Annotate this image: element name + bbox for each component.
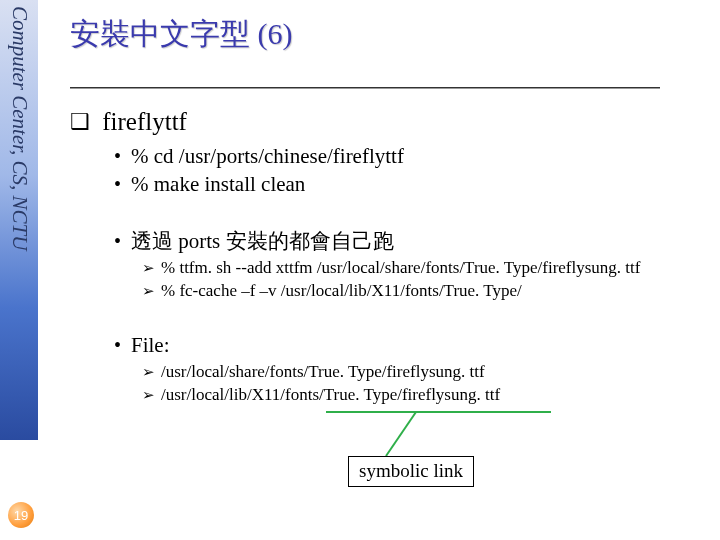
sub-file-2: /usr/local/lib/X11/fonts/True. Type/fire… bbox=[142, 384, 710, 407]
sub-group-1: % ttfm. sh --add xttfm /usr/local/share/… bbox=[142, 257, 710, 303]
sub-file-1: /usr/local/share/fonts/True. Type/firefl… bbox=[142, 361, 710, 384]
heading-fireflyttf: fireflyttf bbox=[70, 108, 710, 136]
symbolic-link-label: symbolic link bbox=[359, 460, 463, 481]
bullet-cmd-make: % make install clean bbox=[114, 170, 710, 198]
bullet-file: File: bbox=[114, 331, 710, 359]
page-number-badge: 19 bbox=[8, 502, 34, 528]
svg-line-1 bbox=[386, 412, 416, 456]
sub-group-2: /usr/local/share/fonts/True. Type/firefl… bbox=[142, 361, 710, 407]
sidebar: Computer Center, CS, NCTU bbox=[0, 0, 38, 440]
title-rule bbox=[70, 87, 660, 88]
connector-line bbox=[326, 410, 556, 460]
slide-title: 安裝中文字型 (6) bbox=[70, 14, 710, 61]
sub-ttfm: % ttfm. sh --add xttfm /usr/local/share/… bbox=[142, 257, 710, 280]
bullet-cmd-cd: % cd /usr/ports/chinese/fireflyttf bbox=[114, 142, 710, 170]
page-number: 19 bbox=[14, 508, 28, 523]
bullet-group-2: File: bbox=[114, 331, 710, 359]
symbolic-link-box: symbolic link bbox=[348, 456, 474, 487]
sidebar-label: Computer Center, CS, NCTU bbox=[7, 6, 32, 250]
bullet-ports-note: 透過 ports 安裝的都會自己跑 bbox=[114, 227, 710, 255]
slide-content: 安裝中文字型 (6) fireflyttf % cd /usr/ports/ch… bbox=[70, 0, 710, 407]
sub-fccache: % fc-cache –f –v /usr/local/lib/X11/font… bbox=[142, 280, 710, 303]
bullet-group-1: % cd /usr/ports/chinese/fireflyttf % mak… bbox=[114, 142, 710, 255]
